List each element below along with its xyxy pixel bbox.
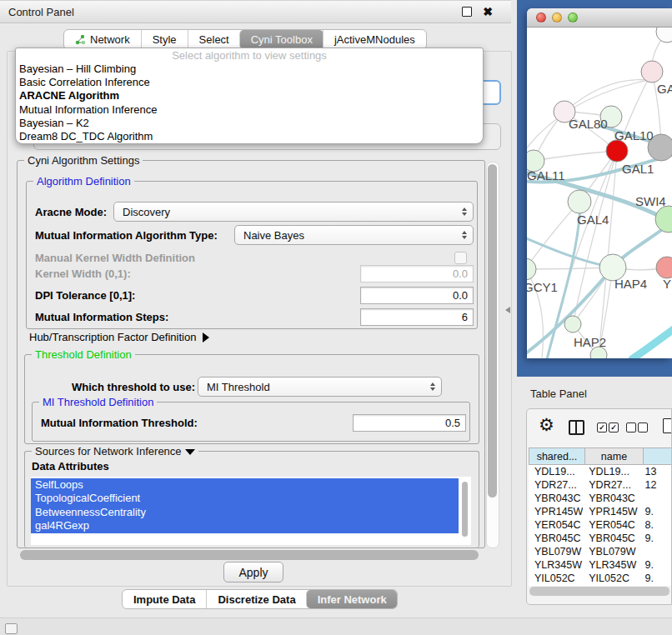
tab-infer-network[interactable]: Infer Network [306,590,398,608]
cytoscape-desktop: Control Panel ✖ NetworkStyleSelectCyni T… [0,0,672,635]
table-cell: YBR045C [583,532,639,544]
settings-gear-icon[interactable]: ⚙ [539,415,554,435]
minimized-panel-icon[interactable] [5,623,18,634]
list-scrollbar-thumb[interactable] [462,482,468,537]
splitpane-collapse-icon[interactable] [505,307,510,313]
network-window-titlebar[interactable] [527,8,672,28]
table-cell: YPR145W [529,506,583,518]
settings-vertical-scrollbar-thumb[interactable] [488,164,497,498]
tab-select[interactable]: Select [188,30,240,49]
table-cell: YLR345W [529,559,583,571]
apply-button[interactable]: Apply [223,562,283,582]
tab-jactivemnodules[interactable]: jActiveMNodules [323,30,426,49]
table-row[interactable]: YDR27...YDR27...12 [529,478,671,492]
tab-label: Infer Network [318,593,387,606]
table-cell: YDR27... [583,479,639,491]
mi-threshold-definition-title: MI Threshold Definition [39,396,157,408]
tab-discretize-data[interactable]: Discretize Data [206,590,306,608]
unchecked-checkbox-icon[interactable] [638,422,648,432]
table-row[interactable]: YBR045CYBR045C9. [529,532,671,545]
node-label: GAL [657,82,672,96]
attribute-item[interactable]: gal4RGexp [31,519,459,532]
data-attributes-list[interactable]: SelfLoopsTopologicalCoefficientBetweenne… [31,477,471,545]
attribute-items: SelfLoopsTopologicalCoefficientBetweenne… [31,478,459,533]
aracne-mode-combo[interactable]: Discovery [113,202,474,222]
float-window-icon[interactable] [462,7,472,17]
attribute-item[interactable]: BetweennessCentrality [31,506,459,519]
tab-cyni-toolbox[interactable]: Cyni Toolbox [239,30,323,49]
network-node-swi4[interactable] [655,206,672,232]
algorithm-option[interactable]: Bayesian – Hill Climbing [16,62,483,76]
window-buttons: ✖ [462,7,511,17]
sources-group-title[interactable]: Sources for Network Inference [32,445,198,458]
kernel-width-field[interactable]: 0.0 [360,265,474,282]
algorithm-option[interactable]: Mutual Information Inference [16,103,483,117]
algorithm-option[interactable]: Basic Correlation Inference [16,76,483,89]
network-node-gal4[interactable] [568,190,591,213]
table-row[interactable]: YLR345WYLR345W9. [529,558,671,572]
table-row[interactable]: YBR043CYBR043C [529,492,671,505]
algorithm-dropdown-placeholder: Select algorithm to view settings [16,48,483,62]
network-node[interactable] [656,28,672,42]
column-header[interactable]: name [585,448,644,465]
network-canvas[interactable]: GALGAL80GAL10GAL1GAL11GAL4SWI4GCY1HAP4YH… [527,28,672,358]
network-view-window: GALGAL80GAL10GAL1GAL11GAL4SWI4GCY1HAP4YH… [527,8,672,358]
table-cell: YBR043C [529,492,583,504]
hub-factor-section-toggle[interactable]: Hub/Transcription Factor Definition [29,331,209,343]
tab-impute-data[interactable]: Impute Data [123,590,206,608]
table-row[interactable]: YBL079WYBL079W [529,545,671,558]
attribute-item[interactable]: TopologicalCoefficient [31,492,459,505]
close-window-icon[interactable]: ✖ [483,8,493,16]
data-attributes-label: Data Attributes [32,460,109,472]
network-node-y[interactable] [656,257,672,278]
unchecked-checkbox-icon[interactable] [626,422,636,432]
table-row[interactable]: YER054CYER054C8. [529,518,671,532]
sources-title-text: Sources for Network Inference [35,445,182,458]
mi-steps-field[interactable]: 6 [360,308,474,326]
minimize-traffic-light-icon[interactable] [552,12,562,22]
tab-network[interactable]: Network [64,30,141,49]
table-rows: YDL19...YDL19...13YDR27...YDR27...12YBR0… [529,465,671,586]
table-row[interactable]: YDL19...YDL19...13 [529,465,671,478]
attribute-item[interactable]: SelfLoops [31,478,459,492]
columns-icon[interactable] [569,420,584,435]
column-header[interactable] [644,448,672,465]
table-row[interactable]: YIL052CYIL052C9. [529,572,671,585]
settings-horizontal-scrollbar-thumb[interactable] [20,550,479,560]
network-edge[interactable] [632,324,672,358]
zoom-traffic-light-icon[interactable] [568,12,578,22]
network-edge[interactable] [527,202,579,269]
network-graph[interactable]: GALGAL80GAL10GAL1GAL11GAL4SWI4GCY1HAP4YH… [527,28,672,358]
network-node-hap2[interactable] [564,316,581,332]
table-cell: 12 [639,479,671,491]
table-horizontal-scrollbar-thumb[interactable] [529,587,669,596]
which-threshold-label: Which threshold to use: [72,381,195,393]
manual-kernel-checkbox[interactable] [454,252,467,264]
close-traffic-light-icon[interactable] [536,12,546,22]
network-node-gal[interactable] [641,61,663,82]
table-cell: YDR27... [529,479,583,491]
threshold-definition-group: Threshold Definition Which threshold to … [24,354,479,444]
tab-style[interactable]: Style [141,30,188,49]
dpi-tolerance-field[interactable]: 0.0 [360,287,474,304]
algorithm-dropdown-items: Bayesian – Hill ClimbingBasic Correlatio… [16,62,483,143]
mi-threshold-field[interactable]: 0.5 [353,414,466,432]
mi-type-combo[interactable]: Naive Bayes [234,225,474,245]
network-node-gal1[interactable] [606,140,628,162]
new-table-icon[interactable] [663,418,672,433]
algorithm-option[interactable]: Bayesian – K2 [16,117,483,130]
collapse-arrow-icon [185,449,195,455]
table-row[interactable]: YPR145WYPR145W9. [529,505,671,518]
which-threshold-combo[interactable]: MI Threshold [198,377,442,397]
algorithm-definition-title: Algorithm Definition [33,175,134,188]
network-node-gcy1[interactable] [527,258,536,280]
mi-type-label: Mutual Information Algorithm Type: [35,229,218,242]
checked-checkbox-icon[interactable]: ✓ [597,422,607,432]
column-header[interactable]: shared... [529,448,585,465]
node-label: GCY1 [527,280,558,294]
network-edge[interactable] [534,151,617,161]
algorithm-option[interactable]: ARACNE Algorithm [16,89,483,102]
algorithm-option[interactable]: Dream8 DC_TDC Algorithm [16,130,483,143]
table-cell: YBR043C [583,492,639,504]
checked-checkbox-icon[interactable]: ✓ [609,422,619,432]
